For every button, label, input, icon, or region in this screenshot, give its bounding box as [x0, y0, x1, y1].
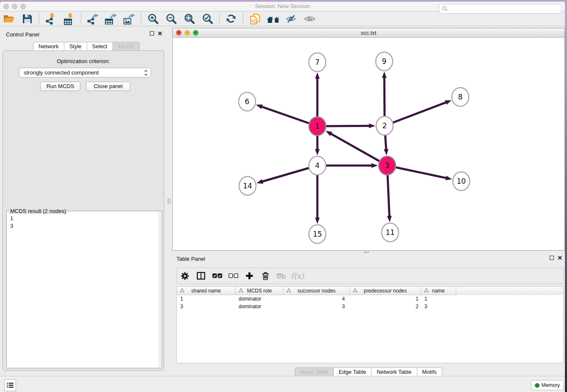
- graph-arrowhead: [315, 149, 320, 155]
- control-panel-tabs: NetworkStyleSelectMCDS: [33, 42, 140, 51]
- control-panel-title: Control Panel: [6, 31, 39, 38]
- minimize-window-button[interactable]: [12, 4, 17, 9]
- deselect-all-checks-button[interactable]: [225, 269, 241, 283]
- tab-edge-table[interactable]: Edge Table: [333, 367, 372, 377]
- delete-table-button: [273, 269, 289, 283]
- tab-mcds[interactable]: MCDS: [113, 42, 140, 51]
- control-panel: Control Panel ✕ NetworkStyleSelectMCDS O…: [2, 28, 165, 374]
- column-header-successor-nodes[interactable]: successor nodes: [284, 287, 350, 295]
- tab-network[interactable]: Network: [33, 42, 64, 51]
- column-header-name[interactable]: name: [421, 287, 456, 295]
- network-graph-canvas[interactable]: 7968124314101511: [173, 38, 564, 251]
- open-file-button[interactable]: [0, 12, 18, 26]
- maximize-window-button[interactable]: [20, 4, 26, 9]
- save-session-button[interactable]: [18, 12, 36, 26]
- toolbar-separator: [81, 14, 81, 25]
- table-cell[interactable]: 1: [350, 295, 421, 303]
- graph-edge-2-8[interactable]: [385, 102, 448, 126]
- table-cell[interactable]: dominator: [236, 295, 284, 303]
- close-window-button[interactable]: [3, 4, 9, 9]
- window-controls[interactable]: [3, 4, 26, 9]
- mcds-result-title: MCDS result (2 nodes): [9, 208, 67, 214]
- birds-eye-view-button[interactable]: [300, 12, 319, 26]
- graph-edge-3-10[interactable]: [387, 166, 448, 178]
- column-header-predecessor-nodes[interactable]: predecessor nodes: [350, 287, 421, 295]
- graph-arrowhead: [445, 100, 451, 105]
- tab-node-table[interactable]: Node Table: [295, 367, 334, 377]
- import-table-file-button[interactable]: [60, 12, 78, 26]
- dropdown-stepper-icon: [144, 70, 148, 76]
- graph-arrowhead: [315, 218, 320, 224]
- graph-arrowhead: [382, 72, 387, 78]
- graph-arrowhead: [256, 179, 263, 184]
- network-view-window: ✕ − + scc.txt 7968124314101511: [172, 28, 565, 251]
- select-all-checks-button[interactable]: [209, 269, 225, 283]
- search-input[interactable]: [439, 4, 561, 14]
- network-close-button[interactable]: ✕: [176, 30, 182, 36]
- table-cell[interactable]: 1: [177, 295, 236, 303]
- export-network-button[interactable]: [84, 12, 102, 26]
- close-panel-button[interactable]: Close panel: [86, 82, 130, 91]
- tab-select[interactable]: Select: [87, 42, 113, 51]
- table-cell[interactable]: dominator: [236, 303, 284, 310]
- delete-column-button[interactable]: [257, 269, 273, 283]
- result-scrollbar[interactable]: [158, 212, 161, 367]
- table-cell[interactable]: 3: [284, 303, 350, 310]
- table-cell[interactable]: 3: [421, 303, 456, 310]
- settings-gear-button[interactable]: [177, 269, 193, 283]
- graph-node-label: 2: [383, 121, 387, 130]
- close-table-panel-icon[interactable]: ✕: [557, 256, 562, 260]
- zoom-in-button[interactable]: [144, 12, 162, 26]
- first-neighbors-button[interactable]: [264, 12, 282, 26]
- table-row[interactable]: 1dominator411: [177, 295, 563, 303]
- tab-network-table[interactable]: Network Table: [372, 367, 417, 377]
- import-network-file-button[interactable]: [42, 12, 60, 26]
- task-history-button[interactable]: [4, 379, 16, 391]
- graph-node-label: 10: [457, 177, 466, 185]
- graph-node-label: 9: [382, 57, 387, 66]
- toolbar-separator: [243, 14, 243, 25]
- table-row[interactable]: 3dominator323: [177, 303, 563, 310]
- network-window-title: scc.txt: [173, 28, 564, 37]
- add-column-button[interactable]: [241, 269, 257, 283]
- column-header-MCDS-role[interactable]: MCDS role: [236, 287, 284, 295]
- float-panel-icon[interactable]: [150, 31, 154, 36]
- graph-edge-1-6[interactable]: [260, 106, 317, 126]
- export-table-button[interactable]: [102, 12, 120, 26]
- network-window-titlebar[interactable]: ✕ − + scc.txt: [173, 28, 564, 38]
- graph-node-label: 15: [313, 230, 322, 238]
- network-maximize-button[interactable]: +: [193, 30, 198, 36]
- graph-node-label: 3: [385, 161, 390, 170]
- node-table: shared nameMCDS rolesuccessor nodesprede…: [176, 286, 564, 363]
- column-header-shared-name[interactable]: shared name: [177, 287, 236, 295]
- graph-node-label: 7: [315, 58, 320, 66]
- table-cell[interactable]: 4: [284, 295, 350, 303]
- hide-graphics-details-button[interactable]: [282, 12, 300, 26]
- show-column-button[interactable]: [193, 269, 209, 283]
- refresh-layout-button[interactable]: [222, 12, 240, 26]
- graph-node-label: 1: [315, 122, 320, 130]
- tab-style[interactable]: Style: [64, 42, 87, 51]
- table-toolbar: f(x): [176, 268, 564, 284]
- table-cell[interactable]: 1: [421, 295, 456, 303]
- run-mcds-button[interactable]: Run MCDS: [40, 82, 80, 91]
- zoom-fit-button[interactable]: [180, 12, 198, 26]
- tab-motifs[interactable]: Motifs: [417, 367, 442, 377]
- zoom-selected-button[interactable]: [198, 12, 217, 26]
- optimization-dropdown[interactable]: strongly connected component: [19, 68, 151, 77]
- graph-arrowhead: [387, 216, 392, 222]
- float-table-panel-icon[interactable]: [550, 256, 554, 260]
- graph-arrowhead: [369, 124, 375, 128]
- zoom-out-button[interactable]: [162, 12, 180, 26]
- table-cell[interactable]: 3: [177, 303, 236, 310]
- vertical-splitter-handle[interactable]: [168, 199, 171, 204]
- memory-button[interactable]: Memory: [531, 380, 564, 390]
- table-cell[interactable]: 2: [350, 303, 421, 310]
- close-panel-icon[interactable]: ✕: [157, 31, 162, 36]
- network-minimize-button[interactable]: −: [184, 30, 190, 36]
- export-image-button[interactable]: [120, 12, 138, 26]
- function-builder-button: f(x): [289, 269, 306, 283]
- clone-network-button[interactable]: [246, 12, 264, 26]
- search-icon: [442, 6, 448, 11]
- graph-edge-3-1[interactable]: [329, 133, 387, 166]
